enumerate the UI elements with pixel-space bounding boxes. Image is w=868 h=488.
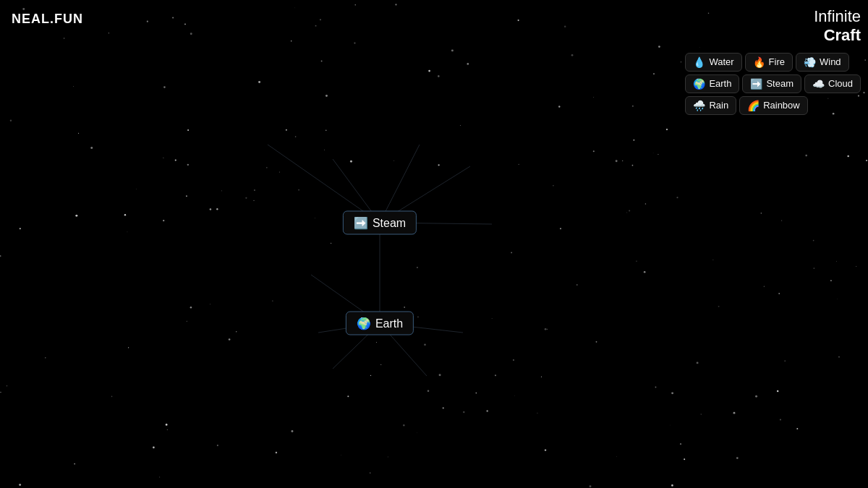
wind-chip-icon: 💨 (804, 56, 816, 68)
rain-chip-label: Rain (709, 100, 728, 111)
elements-grid: 💧Water🔥Fire💨Wind 🌍Earth➡️Steam☁️Cloud 🌧️… (685, 53, 861, 115)
element-chip-rainbow[interactable]: 🌈Rainbow (739, 96, 808, 115)
element-chip-wind[interactable]: 💨Wind (796, 53, 849, 72)
element-chip-steam[interactable]: ➡️Steam (742, 74, 801, 93)
logo: NEAL.FUN (12, 12, 83, 27)
elements-row-3: 🌧️Rain🌈Rainbow (685, 96, 861, 115)
fire-chip-icon: 🔥 (753, 56, 765, 68)
earth-node-icon: 🌍 (357, 317, 371, 330)
element-chip-fire[interactable]: 🔥Fire (745, 53, 793, 72)
cloud-chip-icon: ☁️ (812, 78, 825, 90)
steam-chip-label: Steam (766, 78, 793, 89)
rainbow-chip-label: Rainbow (763, 100, 800, 111)
cloud-chip-label: Cloud (828, 78, 853, 89)
top-right-panel: Infinite Craft 💧Water🔥Fire💨Wind 🌍Earth➡️… (685, 7, 861, 115)
water-chip-label: Water (709, 56, 733, 67)
element-chip-earth[interactable]: 🌍Earth (685, 74, 739, 93)
rain-chip-icon: 🌧️ (693, 100, 705, 111)
fire-chip-label: Fire (769, 56, 785, 67)
water-chip-icon: 💧 (693, 56, 705, 68)
app-title: Infinite Craft (814, 7, 861, 46)
earth-node-label: Earth (375, 317, 403, 330)
elements-row-2: 🌍Earth➡️Steam☁️Cloud (685, 74, 861, 93)
element-chip-water[interactable]: 💧Water (685, 53, 741, 72)
steam-node-icon: ➡️ (354, 216, 368, 230)
rainbow-chip-icon: 🌈 (747, 100, 760, 111)
earth-chip-icon: 🌍 (693, 78, 705, 90)
earth-node[interactable]: 🌍Earth (346, 312, 414, 335)
element-chip-cloud[interactable]: ☁️Cloud (804, 74, 861, 93)
steam-node[interactable]: ➡️Steam (343, 211, 417, 235)
steam-chip-icon: ➡️ (750, 78, 762, 90)
earth-chip-label: Earth (709, 78, 731, 89)
elements-row-1: 💧Water🔥Fire💨Wind (685, 53, 861, 72)
wind-chip-label: Wind (820, 56, 841, 67)
element-chip-rain[interactable]: 🌧️Rain (685, 96, 736, 115)
steam-node-label: Steam (373, 216, 406, 229)
